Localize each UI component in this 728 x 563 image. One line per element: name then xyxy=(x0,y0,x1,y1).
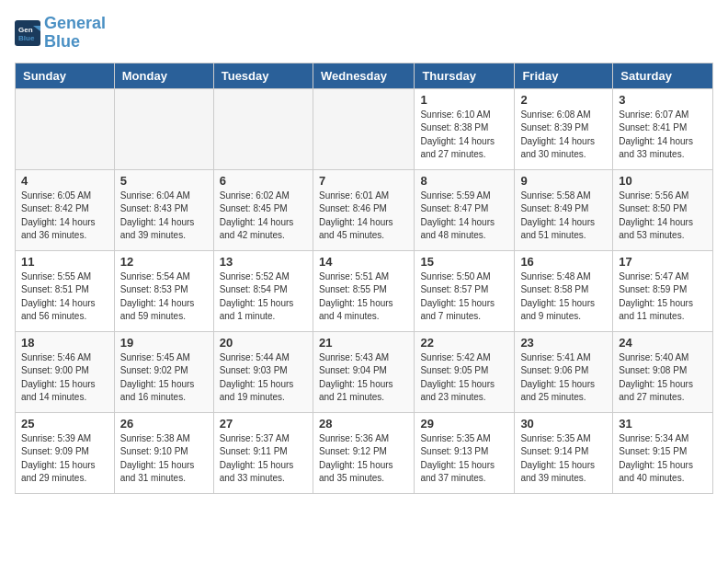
day-number: 26 xyxy=(120,417,208,431)
day-info: Sunrise: 5:54 AM Sunset: 8:53 PM Dayligh… xyxy=(120,270,208,324)
day-number: 29 xyxy=(420,417,508,431)
weekday-header-tuesday: Tuesday xyxy=(213,63,313,88)
day-number: 31 xyxy=(619,417,707,431)
day-number: 28 xyxy=(319,417,408,431)
day-number: 25 xyxy=(21,417,108,431)
day-info: Sunrise: 5:51 AM Sunset: 8:55 PM Dayligh… xyxy=(319,270,408,324)
logo-text: GeneralBlue xyxy=(44,15,106,52)
calendar-cell xyxy=(16,88,115,169)
calendar-cell: 23Sunrise: 5:41 AM Sunset: 9:06 PM Dayli… xyxy=(515,331,613,412)
calendar-cell: 1Sunrise: 6:10 AM Sunset: 8:38 PM Daylig… xyxy=(415,88,515,169)
calendar-cell: 30Sunrise: 5:35 AM Sunset: 9:14 PM Dayli… xyxy=(515,412,613,493)
day-number: 17 xyxy=(619,255,707,269)
day-info: Sunrise: 5:38 AM Sunset: 9:10 PM Dayligh… xyxy=(120,432,208,486)
calendar-cell: 19Sunrise: 5:45 AM Sunset: 9:02 PM Dayli… xyxy=(114,331,213,412)
weekday-header-sunday: Sunday xyxy=(16,63,115,88)
week-row-4: 18Sunrise: 5:46 AM Sunset: 9:00 PM Dayli… xyxy=(16,331,713,412)
calendar-cell: 24Sunrise: 5:40 AM Sunset: 9:08 PM Dayli… xyxy=(613,331,713,412)
day-number: 22 xyxy=(420,336,508,350)
day-number: 23 xyxy=(520,336,607,350)
calendar-cell: 21Sunrise: 5:43 AM Sunset: 9:04 PM Dayli… xyxy=(313,331,414,412)
day-number: 16 xyxy=(520,255,607,269)
day-info: Sunrise: 5:46 AM Sunset: 9:00 PM Dayligh… xyxy=(21,351,108,405)
day-number: 30 xyxy=(520,417,607,431)
day-number: 8 xyxy=(420,174,508,188)
day-number: 9 xyxy=(520,174,607,188)
calendar-cell: 3Sunrise: 6:07 AM Sunset: 8:41 PM Daylig… xyxy=(613,88,713,169)
calendar-cell: 9Sunrise: 5:58 AM Sunset: 8:49 PM Daylig… xyxy=(515,169,613,250)
day-info: Sunrise: 6:01 AM Sunset: 8:46 PM Dayligh… xyxy=(319,190,408,243)
calendar-cell: 27Sunrise: 5:37 AM Sunset: 9:11 PM Dayli… xyxy=(213,412,313,493)
weekday-header-wednesday: Wednesday xyxy=(313,63,414,88)
week-row-1: 1Sunrise: 6:10 AM Sunset: 8:38 PM Daylig… xyxy=(16,88,713,169)
day-info: Sunrise: 6:02 AM Sunset: 8:45 PM Dayligh… xyxy=(220,190,307,243)
weekday-header-thursday: Thursday xyxy=(415,63,515,88)
day-number: 20 xyxy=(220,336,307,350)
calendar-cell: 26Sunrise: 5:38 AM Sunset: 9:10 PM Dayli… xyxy=(114,412,213,493)
day-info: Sunrise: 5:59 AM Sunset: 8:47 PM Dayligh… xyxy=(420,190,508,243)
day-info: Sunrise: 5:40 AM Sunset: 9:08 PM Dayligh… xyxy=(619,351,707,405)
day-number: 18 xyxy=(21,336,108,350)
day-info: Sunrise: 6:05 AM Sunset: 8:42 PM Dayligh… xyxy=(21,190,108,243)
day-number: 24 xyxy=(619,336,707,350)
calendar-cell: 13Sunrise: 5:52 AM Sunset: 8:54 PM Dayli… xyxy=(213,250,313,331)
day-info: Sunrise: 5:43 AM Sunset: 9:04 PM Dayligh… xyxy=(319,351,408,405)
day-info: Sunrise: 5:48 AM Sunset: 8:58 PM Dayligh… xyxy=(520,270,607,324)
calendar-cell: 12Sunrise: 5:54 AM Sunset: 8:53 PM Dayli… xyxy=(114,250,213,331)
day-info: Sunrise: 5:56 AM Sunset: 8:50 PM Dayligh… xyxy=(619,190,707,243)
calendar-cell: 31Sunrise: 5:34 AM Sunset: 9:15 PM Dayli… xyxy=(613,412,713,493)
week-row-3: 11Sunrise: 5:55 AM Sunset: 8:51 PM Dayli… xyxy=(16,250,713,331)
day-number: 2 xyxy=(520,93,607,107)
day-number: 19 xyxy=(120,336,208,350)
day-info: Sunrise: 6:04 AM Sunset: 8:43 PM Dayligh… xyxy=(120,190,208,243)
day-info: Sunrise: 5:50 AM Sunset: 8:57 PM Dayligh… xyxy=(420,270,508,324)
day-info: Sunrise: 5:52 AM Sunset: 8:54 PM Dayligh… xyxy=(220,270,307,324)
logo-icon: Gen Blue xyxy=(15,20,40,46)
calendar-cell: 6Sunrise: 6:02 AM Sunset: 8:45 PM Daylig… xyxy=(213,169,313,250)
day-info: Sunrise: 5:45 AM Sunset: 9:02 PM Dayligh… xyxy=(120,351,208,405)
day-number: 11 xyxy=(21,255,108,269)
day-info: Sunrise: 6:08 AM Sunset: 8:39 PM Dayligh… xyxy=(520,109,607,162)
day-info: Sunrise: 5:42 AM Sunset: 9:05 PM Dayligh… xyxy=(420,351,508,405)
week-row-2: 4Sunrise: 6:05 AM Sunset: 8:42 PM Daylig… xyxy=(16,169,713,250)
calendar: SundayMondayTuesdayWednesdayThursdayFrid… xyxy=(15,63,713,494)
calendar-cell: 11Sunrise: 5:55 AM Sunset: 8:51 PM Dayli… xyxy=(16,250,115,331)
calendar-cell xyxy=(313,88,414,169)
calendar-cell: 10Sunrise: 5:56 AM Sunset: 8:50 PM Dayli… xyxy=(613,169,713,250)
day-info: Sunrise: 5:35 AM Sunset: 9:14 PM Dayligh… xyxy=(520,432,607,486)
calendar-cell: 8Sunrise: 5:59 AM Sunset: 8:47 PM Daylig… xyxy=(415,169,515,250)
day-info: Sunrise: 5:39 AM Sunset: 9:09 PM Dayligh… xyxy=(21,432,108,486)
day-info: Sunrise: 5:35 AM Sunset: 9:13 PM Dayligh… xyxy=(420,432,508,486)
day-number: 5 xyxy=(120,174,208,188)
calendar-cell xyxy=(114,88,213,169)
calendar-cell: 18Sunrise: 5:46 AM Sunset: 9:00 PM Dayli… xyxy=(16,331,115,412)
calendar-cell: 16Sunrise: 5:48 AM Sunset: 8:58 PM Dayli… xyxy=(515,250,613,331)
day-number: 15 xyxy=(420,255,508,269)
week-row-5: 25Sunrise: 5:39 AM Sunset: 9:09 PM Dayli… xyxy=(16,412,713,493)
calendar-cell: 15Sunrise: 5:50 AM Sunset: 8:57 PM Dayli… xyxy=(415,250,515,331)
calendar-cell: 14Sunrise: 5:51 AM Sunset: 8:55 PM Dayli… xyxy=(313,250,414,331)
day-info: Sunrise: 5:44 AM Sunset: 9:03 PM Dayligh… xyxy=(220,351,307,405)
day-number: 21 xyxy=(319,336,408,350)
day-number: 14 xyxy=(319,255,408,269)
calendar-cell: 22Sunrise: 5:42 AM Sunset: 9:05 PM Dayli… xyxy=(415,331,515,412)
day-info: Sunrise: 5:55 AM Sunset: 8:51 PM Dayligh… xyxy=(21,270,108,324)
day-number: 13 xyxy=(220,255,307,269)
weekday-header-monday: Monday xyxy=(114,63,213,88)
day-info: Sunrise: 5:34 AM Sunset: 9:15 PM Dayligh… xyxy=(619,432,707,486)
weekday-header-friday: Friday xyxy=(515,63,613,88)
day-number: 27 xyxy=(220,417,307,431)
day-info: Sunrise: 5:37 AM Sunset: 9:11 PM Dayligh… xyxy=(220,432,307,486)
calendar-cell: 25Sunrise: 5:39 AM Sunset: 9:09 PM Dayli… xyxy=(16,412,115,493)
calendar-cell xyxy=(213,88,313,169)
day-info: Sunrise: 5:41 AM Sunset: 9:06 PM Dayligh… xyxy=(520,351,607,405)
day-info: Sunrise: 6:10 AM Sunset: 8:38 PM Dayligh… xyxy=(420,109,508,162)
calendar-cell: 5Sunrise: 6:04 AM Sunset: 8:43 PM Daylig… xyxy=(114,169,213,250)
calendar-cell: 28Sunrise: 5:36 AM Sunset: 9:12 PM Dayli… xyxy=(313,412,414,493)
svg-text:Gen: Gen xyxy=(18,26,33,34)
day-number: 7 xyxy=(319,174,408,188)
day-number: 6 xyxy=(220,174,307,188)
day-number: 1 xyxy=(420,93,508,107)
calendar-cell: 17Sunrise: 5:47 AM Sunset: 8:59 PM Dayli… xyxy=(613,250,713,331)
svg-text:Blue: Blue xyxy=(18,34,35,42)
